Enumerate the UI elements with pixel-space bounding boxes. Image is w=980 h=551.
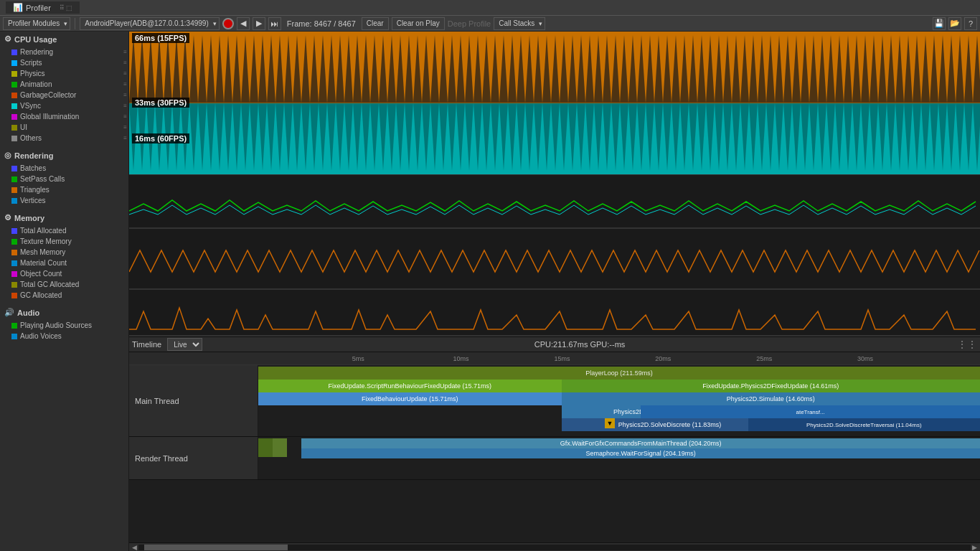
rendering-icon: ◎ bbox=[4, 151, 11, 160]
main-thread-content: PlayerLoop (211.59ms) FixedUpdate.Script… bbox=[258, 365, 980, 436]
playing-audio-label: Playing Audio Sources bbox=[20, 321, 92, 329]
render-block-2 bbox=[273, 438, 287, 457]
sidebar-item-batches[interactable]: Batches bbox=[0, 163, 128, 174]
play-btn[interactable]: ▶ bbox=[253, 17, 265, 30]
rendering-section-label: Rendering bbox=[14, 151, 53, 160]
device-selector-btn[interactable]: AndroidPlayer(ADB@127.0.0.1:34999) bbox=[80, 17, 219, 30]
ruler-15ms: 15ms bbox=[554, 355, 570, 362]
sidebar-section-audio[interactable]: 🔊 Audio bbox=[0, 305, 128, 320]
main-thread-label: Main Thread bbox=[129, 365, 258, 436]
sidebar-section-memory[interactable]: ⚙ Memory bbox=[0, 210, 128, 225]
sidebar-item-texture-mem[interactable]: Texture Memory bbox=[0, 236, 128, 247]
sidebar-item-animation[interactable]: Animation ≡ bbox=[0, 79, 128, 90]
total-gc-alloc-label: Total GC Allocated bbox=[20, 281, 79, 288]
ruler-30ms: 30ms bbox=[857, 355, 873, 362]
save-icon[interactable]: 💾 bbox=[933, 17, 946, 30]
sidebar-section-rendering[interactable]: ◎ Rendering bbox=[0, 148, 128, 163]
sidebar-item-gi[interactable]: Global Illumination ≡ bbox=[0, 111, 128, 122]
sidebar-item-gc[interactable]: GarbageCollector ≡ bbox=[0, 90, 128, 100]
gc-color bbox=[11, 93, 17, 98]
sidebar-item-ui[interactable]: UI ≡ bbox=[0, 122, 128, 133]
sidebar-item-physics[interactable]: Physics ≡ bbox=[0, 68, 128, 79]
physics2d-discrete-bar: Physics2D.SolveDiscrete (11.83ms) bbox=[562, 418, 778, 431]
sidebar-item-mesh-mem[interactable]: Mesh Memory bbox=[0, 247, 128, 258]
sidebar-section-cpu[interactable]: ⚙ CPU Usage bbox=[0, 32, 128, 47]
clear-on-play-btn[interactable]: Clear on Play bbox=[392, 17, 445, 30]
rendering-svg bbox=[129, 175, 980, 229]
render-thread-label: Render Thread bbox=[129, 437, 258, 479]
sidebar-item-rendering[interactable]: Rendering ≡ bbox=[0, 47, 128, 57]
object-count-color bbox=[11, 271, 17, 277]
ruler-25ms: 25ms bbox=[756, 355, 772, 362]
prev-frame-btn[interactable]: ◀ bbox=[237, 17, 250, 30]
sidebar-item-vsync[interactable]: VSync ≡ bbox=[0, 100, 128, 111]
ate-transf-bar: ateTransf... bbox=[641, 405, 980, 418]
render-thread-content: Gfx.WaitForGfxCommandsFromMainThread (20… bbox=[258, 437, 980, 479]
scripts-color bbox=[11, 60, 17, 66]
gfx-wait-bar: Gfx.WaitForGfxCommandsFromMainThread (20… bbox=[301, 438, 980, 448]
timeline-bar: Timeline Live CPU:211.67ms GPU:--ms ⋮⋮ bbox=[129, 336, 980, 352]
load-icon[interactable]: 📂 bbox=[948, 17, 961, 30]
ruler-10ms: 10ms bbox=[453, 355, 469, 362]
record-btn[interactable] bbox=[222, 18, 234, 29]
tab-controls: ⠿ ⬚ bbox=[60, 4, 73, 11]
profiler-tab[interactable]: 📊 Profiler ⠿ ⬚ bbox=[6, 1, 80, 14]
clear-btn[interactable]: Clear bbox=[362, 17, 389, 30]
fixedupdate-script-bar: FixedUpdate.ScriptRunBehaviourFixedUpdat… bbox=[258, 380, 562, 392]
frame-info: Frame: 8467 / 8467 bbox=[284, 19, 359, 28]
audio-section-label: Audio bbox=[17, 309, 39, 317]
timeline-status: CPU:211.67ms GPU:--ms bbox=[202, 340, 957, 349]
audio-icon: 🔊 bbox=[4, 308, 14, 317]
hscroll-left[interactable]: ◀ bbox=[131, 544, 138, 551]
profiler-modules-btn[interactable]: Profiler Modules bbox=[3, 17, 70, 30]
memory-chart bbox=[129, 229, 980, 290]
vsync-color bbox=[11, 103, 17, 109]
animation-label: Animation bbox=[20, 80, 52, 88]
main-thread-row: Main Thread PlayerLoop (211.59ms) FixedU… bbox=[129, 365, 980, 437]
timeline-mode-select[interactable]: Live bbox=[167, 338, 202, 351]
sidebar-item-total-alloc[interactable]: Total Allocated bbox=[0, 225, 128, 236]
render-thread-row: Render Thread Gfx.WaitForGfxCommandsFrom… bbox=[129, 437, 980, 480]
timeline-options[interactable]: ⋮⋮ bbox=[957, 339, 977, 350]
total-alloc-label: Total Allocated bbox=[20, 227, 67, 235]
sidebar-item-object-count[interactable]: Object Count bbox=[0, 268, 128, 279]
vertices-label: Vertices bbox=[20, 197, 46, 204]
sidebar-item-vertices[interactable]: Vertices bbox=[0, 195, 128, 206]
help-icon[interactable]: ? bbox=[964, 17, 977, 30]
cpu-icon: ⚙ bbox=[4, 34, 11, 44]
next-frame-btn[interactable]: ⏭ bbox=[268, 17, 281, 30]
sidebar-item-total-gc-alloc[interactable]: Total GC Allocated bbox=[0, 279, 128, 290]
expand-indicator[interactable]: ▼ bbox=[605, 418, 615, 428]
object-count-label: Object Count bbox=[20, 270, 62, 278]
deep-profile-label: Deep Profile bbox=[448, 19, 491, 28]
fixedupdate-physics-bar: FixedUpdate.Physics2DFixedUpdate (14.61m… bbox=[562, 380, 980, 392]
sidebar-item-audio-voices[interactable]: Audio Voices bbox=[0, 331, 128, 342]
separator-1 bbox=[75, 18, 75, 29]
memory-icon: ⚙ bbox=[4, 213, 11, 222]
cpu-section-label: CPU Usage bbox=[14, 35, 57, 44]
fps30-label: 33ms (30FPS) bbox=[132, 98, 189, 108]
sidebar-item-gc-alloc[interactable]: GC Allocated bbox=[0, 290, 128, 301]
sidebar-item-playing-audio[interactable]: Playing Audio Sources bbox=[0, 320, 128, 331]
hscroll-right[interactable]: ▶ bbox=[971, 544, 979, 551]
title-bar: 📊 Profiler ⠿ ⬚ bbox=[0, 0, 980, 16]
sidebar-item-others[interactable]: Others ≡ bbox=[0, 133, 128, 143]
hscrollbar-track[interactable] bbox=[138, 545, 971, 550]
mesh-mem-color bbox=[11, 250, 17, 255]
sidebar-item-triangles[interactable]: Triangles bbox=[0, 184, 128, 195]
call-stacks-btn[interactable]: Call Stacks bbox=[494, 17, 545, 30]
cpu-chart-svg bbox=[129, 32, 980, 174]
main-layout: ⚙ CPU Usage Rendering ≡ Scripts ≡ Physic… bbox=[0, 32, 980, 551]
sidebar-item-setpass[interactable]: SetPass Calls bbox=[0, 174, 128, 184]
setpass-color bbox=[11, 176, 17, 182]
toolbar: Profiler Modules AndroidPlayer(ADB@127.0… bbox=[0, 16, 980, 32]
toolbar-icons: 💾 📂 ? bbox=[933, 17, 977, 30]
gi-label: Global Illumination bbox=[20, 113, 79, 121]
sidebar-item-material-count[interactable]: Material Count bbox=[0, 258, 128, 268]
ui-label: UI bbox=[20, 123, 27, 131]
sidebar-item-scripts[interactable]: Scripts ≡ bbox=[0, 57, 128, 68]
hscrollbar-thumb[interactable] bbox=[144, 545, 288, 550]
thread-area: 5ms 10ms 15ms 20ms 25ms 30ms Main Thread… bbox=[129, 352, 980, 542]
audio-voices-label: Audio Voices bbox=[20, 332, 62, 340]
gpu-stat: GPU:--ms bbox=[590, 340, 625, 349]
